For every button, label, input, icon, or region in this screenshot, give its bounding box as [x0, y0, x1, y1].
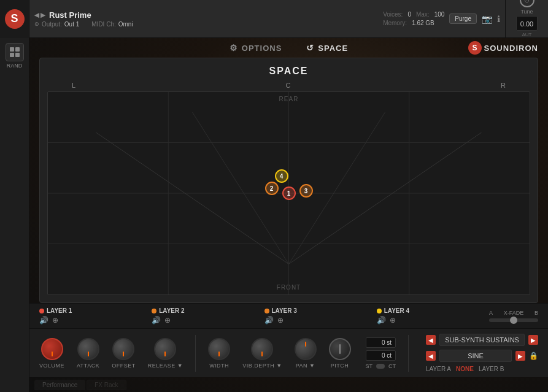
- layer-3-volume-icon[interactable]: 🔊: [264, 316, 274, 325]
- purge-button[interactable]: Purge: [449, 13, 477, 24]
- content-area: ⚙ OPTIONS ↺ SPACE S SOUNDIRON SPACE L C …: [29, 38, 548, 392]
- pitch-knob[interactable]: [329, 338, 351, 360]
- voices-label: Voices:: [383, 11, 403, 18]
- svg-rect-1: [15, 47, 20, 52]
- synth-lower-prev[interactable]: ◀: [426, 351, 436, 361]
- info-icon[interactable]: ℹ: [497, 14, 500, 24]
- layer-1-name: LAYER 1: [47, 307, 72, 314]
- synth-upper-prev[interactable]: ◀: [426, 335, 436, 345]
- control-divider-1: [195, 335, 196, 372]
- rand-label: RAND: [7, 63, 23, 69]
- release-label: RELEASE ▼: [148, 363, 183, 369]
- vib-depth-label: VIB.DEPTH ▼: [242, 363, 282, 369]
- pan-label: PAN ▼: [296, 363, 315, 369]
- xfade-thumb: [510, 317, 517, 324]
- offset-label: OFFSET: [112, 363, 136, 369]
- nav-arrows[interactable]: ◀ ▶: [34, 12, 45, 18]
- rand-icon: [6, 43, 24, 61]
- pan-knob-indicator: [305, 342, 306, 347]
- volume-knob-indicator: [52, 352, 53, 356]
- layer-4-eq-icon[interactable]: ⊕: [390, 316, 396, 325]
- attack-label: ATTACK: [77, 363, 99, 369]
- layer-1-volume-icon[interactable]: 🔊: [39, 316, 48, 325]
- soundiron-s-icon: S: [468, 41, 482, 55]
- attack-control: ATTACK: [77, 338, 99, 369]
- synth-upper-label: SUB-SYNTH SUSTAINS: [439, 334, 525, 346]
- space-grid[interactable]: REAR FRONT: [47, 91, 530, 295]
- control-divider-2: [408, 335, 409, 372]
- attack-knob-indicator: [88, 352, 89, 356]
- layer-section: LAYER 1 🔊 ⊕ LAYER 2 🔊 ⊕: [29, 303, 548, 328]
- st-toggle[interactable]: [376, 364, 385, 369]
- bottom-controls: VOLUME ATTACK OFFSET RE: [29, 328, 548, 377]
- offset-knob[interactable]: [112, 338, 134, 360]
- vib-depth-knob-indicator: [261, 352, 263, 356]
- memory-value: 1.62 GB: [412, 20, 434, 26]
- vib-depth-control: VIB.DEPTH ▼: [242, 338, 282, 369]
- lock-icon[interactable]: 🔒: [529, 352, 538, 360]
- tab-space[interactable]: ↺ SPACE: [306, 43, 348, 53]
- release-control: RELEASE ▼: [148, 338, 183, 369]
- layer-2-dot: [152, 309, 156, 313]
- auto-label: AUT: [522, 32, 532, 37]
- prev-arrow[interactable]: ◀: [34, 12, 39, 18]
- camera-icon[interactable]: 📷: [482, 14, 492, 24]
- width-knob[interactable]: [208, 338, 230, 360]
- st-ct-row: ST CT: [366, 363, 396, 369]
- max-value: 100: [434, 11, 445, 18]
- voices-value: 0: [407, 11, 411, 18]
- space-title: SPACE: [47, 66, 530, 77]
- layer-4-dot: [377, 309, 382, 313]
- next-arrow[interactable]: ▶: [41, 12, 45, 18]
- synth-lower-next[interactable]: ▶: [515, 351, 525, 361]
- output-value: Out 1: [64, 21, 79, 28]
- svg-line-13: [289, 133, 482, 264]
- layer-2: LAYER 2 🔊 ⊕: [152, 307, 261, 325]
- instrument-title: Rust Prime: [49, 10, 91, 20]
- xfade-section: A X-FADE B: [489, 310, 538, 322]
- offset-control: OFFSET: [112, 338, 136, 369]
- output-label: Output:: [42, 21, 62, 28]
- synth-lower-label: SINE: [439, 350, 512, 362]
- soundiron-name: SOUNDIRON: [484, 44, 538, 53]
- tune-label: Tune: [520, 9, 533, 15]
- voice-node-2[interactable]: 2: [265, 182, 279, 195]
- attack-knob[interactable]: [77, 338, 99, 360]
- xfade-slider[interactable]: [489, 318, 538, 322]
- rand-button[interactable]: RAND: [6, 43, 24, 69]
- voice-node-1[interactable]: 1: [282, 186, 296, 200]
- vib-depth-knob[interactable]: [251, 338, 273, 360]
- layer-4: LAYER 4 🔊 ⊕: [377, 307, 487, 325]
- axis-c: C: [286, 82, 291, 89]
- width-label: WIDTH: [209, 363, 229, 369]
- voice-node-4[interactable]: 4: [275, 169, 288, 183]
- svg-line-10: [96, 133, 289, 264]
- layer-1-eq-icon[interactable]: ⊕: [52, 316, 58, 325]
- nav-tabs: ⚙ OPTIONS ↺ SPACE S SOUNDIRON: [29, 38, 548, 58]
- left-sidebar: RAND: [0, 38, 29, 392]
- layer-2-volume-icon[interactable]: 🔊: [152, 316, 161, 325]
- midi-value: Omni: [118, 21, 133, 28]
- xfade-left-label: A: [489, 310, 493, 316]
- top-bar: S ◀ ▶ Rust Prime ⊙ Output: Out 1 MIDI Ch…: [0, 0, 548, 38]
- layer-a-label: LAYER A: [426, 366, 451, 372]
- layer-none-badge: NONE: [456, 366, 474, 372]
- voice-node-3[interactable]: 3: [299, 184, 313, 198]
- space-icon: ↺: [306, 43, 314, 53]
- layer-2-eq-icon[interactable]: ⊕: [164, 316, 171, 325]
- layer-b-label: LAYER B: [479, 366, 504, 372]
- space-axis: L C R: [47, 82, 530, 89]
- layer-4-volume-icon[interactable]: 🔊: [377, 316, 386, 325]
- layer-3: LAYER 3 🔊 ⊕: [264, 307, 374, 325]
- ct-label: CT: [388, 363, 396, 369]
- space-label: SPACE: [318, 44, 348, 53]
- synth-upper-next[interactable]: ▶: [528, 335, 538, 345]
- max-label: Max:: [416, 11, 430, 18]
- release-knob[interactable]: [154, 338, 176, 360]
- volume-knob[interactable]: [41, 338, 63, 360]
- tune-knob-icon[interactable]: ⏱: [520, 0, 534, 7]
- pan-knob[interactable]: [295, 338, 317, 360]
- output-icon: ⊙: [34, 21, 39, 27]
- tab-options[interactable]: ⚙ OPTIONS: [230, 43, 282, 53]
- layer-3-eq-icon[interactable]: ⊕: [277, 316, 284, 325]
